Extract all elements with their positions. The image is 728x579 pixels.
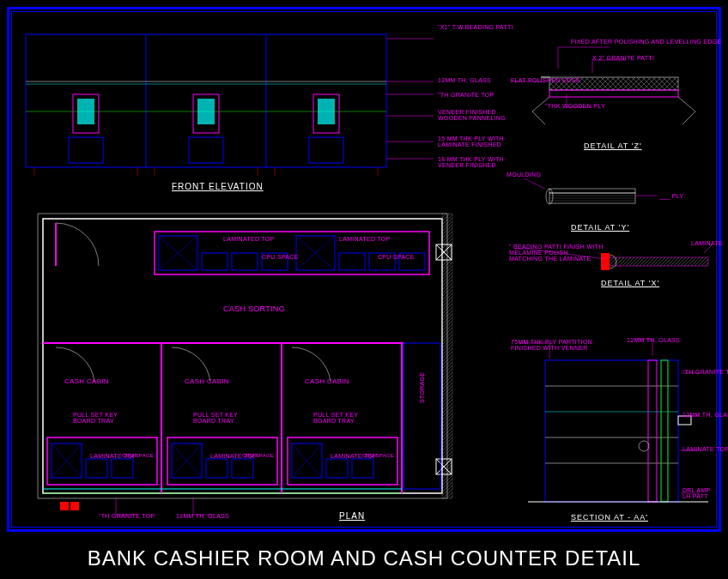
label-flat-edge: FLAT POLISHED EDGE (511, 77, 580, 83)
svg-rect-14 (309, 137, 343, 163)
label-laminate-x: LAMINATE (691, 240, 723, 246)
label-glass-12b: 12MM TH. GLASS (627, 337, 680, 343)
svg-rect-10 (197, 99, 215, 124)
label-ply-ven: 18 MM THK PLY WITH VENEER FINISHED (438, 156, 515, 168)
svg-rect-65 (339, 253, 365, 270)
label-gran-b: "TH GRANITE TOP (682, 369, 728, 375)
label-fixed-edge: FIXED AFTER POLISHING AND LEVELLING EDGE (571, 39, 721, 45)
label-granite-patti: X 2" GRANITE PATTI (592, 55, 654, 61)
label-cabin-3: CASH CABIN (305, 377, 349, 385)
cad-drawing (0, 0, 728, 579)
label-glass-btm: 12MM TH. GLASS (176, 513, 229, 519)
label-drl: DRL AMP LH PATT (682, 487, 717, 499)
label-lam-top-2: LAMINATED TOP (339, 236, 391, 242)
svg-rect-90 (232, 459, 253, 478)
label-granite: "TH GRANITE TOP (438, 92, 494, 98)
label-cpu-c3: CPU SPACE (362, 453, 394, 458)
label-cpu-1: CPU SPACE (262, 254, 299, 260)
label-ply-lam: 15 MM THK PLY WITH LAMINATE FINISHED (438, 136, 515, 148)
svg-point-113 (639, 441, 649, 451)
svg-rect-60 (232, 253, 258, 270)
svg-rect-100 (70, 502, 79, 510)
label-pull-2: PULL SET KEY BOARD TRAY (193, 412, 253, 424)
svg-rect-99 (60, 502, 69, 510)
label-wooden-ply: "THK WOODEN PLY (545, 103, 605, 109)
svg-line-43 (524, 178, 545, 189)
title-plan: PLAN (339, 511, 365, 521)
label-pull-1: PULL SET KEY BOARD TRAY (73, 412, 133, 424)
label-beading: "X1" T.W.BEADING PATTI (438, 24, 513, 30)
svg-rect-96 (352, 459, 373, 478)
label-granite-btm: "TH GRANITE TOP (99, 513, 155, 519)
title-detail-x: DETAIL AT 'X' (601, 279, 659, 287)
label-lam-b: LAMINATE TOP (682, 446, 728, 452)
svg-rect-111 (661, 360, 668, 502)
svg-rect-51 (43, 219, 442, 493)
title-detail-z: DETAIL AT 'Z' (584, 142, 642, 150)
svg-rect-28 (549, 90, 678, 97)
label-cabin-2: CASH CABIN (185, 377, 229, 385)
label-cpu-c2: CPU SPACE (242, 453, 274, 458)
svg-rect-95 (326, 459, 348, 478)
svg-rect-8 (69, 137, 103, 163)
label-cpu-c1: CPU SPACE (122, 453, 154, 458)
svg-rect-37 (549, 189, 635, 193)
svg-rect-78 (403, 343, 440, 489)
title-section-aa: SECTION AT - AA' (571, 513, 648, 522)
svg-rect-89 (206, 459, 228, 478)
svg-rect-59 (202, 253, 228, 270)
label-glass: 12MM TH. GLASS (438, 77, 491, 83)
label-lam-top-1: LAMINATED TOP (223, 236, 275, 242)
label-cabin-1: CASH CABIN (64, 377, 109, 385)
svg-rect-84 (112, 459, 133, 478)
label-ply-part: 75MM THK PLY PARTITION FINISHED WITH VEN… (511, 339, 597, 351)
svg-rect-45 (605, 257, 708, 266)
svg-rect-7 (77, 99, 94, 124)
drawing-title: BANK CASHIER ROOM AND CASH COUNTER DETAI… (0, 546, 728, 570)
svg-rect-11 (189, 137, 223, 163)
label-beading-finish: " BEADING PATTI FINISH WITH MELAMINE POL… (509, 244, 604, 262)
svg-rect-105 (545, 360, 678, 502)
title-front-elev: FRONT ELEVATION (172, 182, 264, 191)
svg-rect-83 (86, 459, 107, 478)
svg-rect-110 (648, 360, 657, 502)
title-detail-y: DETAIL AT 'Y' (571, 223, 629, 232)
label-storage: STORAGE (419, 372, 425, 403)
label-cash-sorting: CASH SORTING (223, 305, 285, 313)
label-ply: ___ PLY (659, 193, 683, 199)
label-moulding: MOULDING (507, 172, 541, 178)
label-veneer: VENEER FINISHED WOODEN PANNELING (438, 109, 515, 121)
svg-rect-13 (318, 99, 335, 124)
svg-rect-53 (442, 214, 452, 498)
label-pull-3: PULL SET KEY BOARD TRAY (313, 412, 373, 424)
label-glass-c: 12MM TH. GLASS (682, 412, 728, 418)
label-cpu-2: CPU SPACE (378, 254, 415, 260)
